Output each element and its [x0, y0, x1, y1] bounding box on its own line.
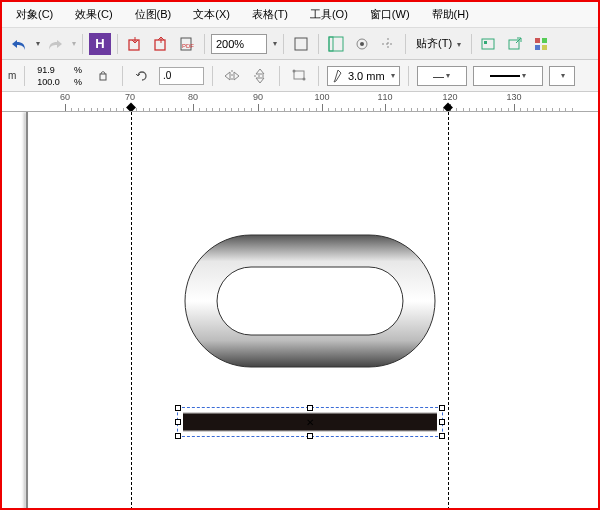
mirror-horizontal-button[interactable]	[221, 65, 243, 87]
pen-icon	[332, 69, 344, 83]
resize-handle-br[interactable]	[439, 433, 445, 439]
unit-label: m	[8, 70, 16, 81]
resize-handle-bm[interactable]	[307, 433, 313, 439]
page-edge	[26, 112, 28, 510]
resize-handle-bl[interactable]	[175, 433, 181, 439]
export-button[interactable]	[150, 33, 172, 55]
undo-button[interactable]	[8, 33, 30, 55]
launch-button[interactable]	[504, 33, 526, 55]
outline-width-select[interactable]: 3.0 mm ▾	[327, 66, 400, 86]
menu-help[interactable]: 帮助(H)	[426, 5, 475, 24]
svg-rect-1	[155, 40, 165, 50]
menu-text[interactable]: 文本(X)	[187, 5, 236, 24]
show-rulers-button[interactable]	[325, 33, 347, 55]
menu-bar: 对象(C) 效果(C) 位图(B) 文本(X) 表格(T) 工具(O) 窗口(W…	[2, 2, 598, 28]
svg-rect-14	[535, 45, 540, 50]
svg-rect-12	[535, 38, 540, 43]
ruler-label: 90	[253, 92, 263, 102]
import-button[interactable]	[124, 33, 146, 55]
svg-point-19	[302, 77, 305, 80]
ruler-label: 100	[314, 92, 329, 102]
guide-line-right[interactable]	[448, 112, 449, 510]
rotation-icon	[131, 65, 153, 87]
zoom-dropdown[interactable]: ▾	[273, 39, 277, 48]
fullscreen-button[interactable]	[290, 33, 312, 55]
rotation-input[interactable]	[159, 67, 204, 85]
menu-effect[interactable]: 效果(C)	[69, 5, 118, 24]
publish-pdf-button[interactable]: PDF	[176, 33, 198, 55]
start-arrow-select[interactable]: —▾	[417, 66, 467, 86]
show-grid-button[interactable]	[351, 33, 373, 55]
main-toolbar: ▾ ▾ H PDF ▾ 贴齐(T) ▾	[2, 28, 598, 60]
ruler-guide-marker[interactable]	[443, 103, 453, 112]
options-button[interactable]	[478, 33, 500, 55]
selection-center-icon[interactable]: ✕	[306, 417, 314, 428]
menu-object[interactable]: 对象(C)	[10, 5, 59, 24]
svg-rect-4	[295, 38, 307, 50]
menu-table[interactable]: 表格(T)	[246, 5, 294, 24]
to-curve-button[interactable]	[288, 65, 310, 87]
search-button[interactable]: H	[89, 33, 111, 55]
canvas-area[interactable]: ✕	[2, 112, 598, 510]
ruler-label: 130	[506, 92, 521, 102]
menu-window[interactable]: 窗口(W)	[364, 5, 416, 24]
lock-ratio-button[interactable]	[92, 65, 114, 87]
show-guides-button[interactable]	[377, 33, 399, 55]
mirror-vertical-button[interactable]	[249, 65, 271, 87]
svg-rect-10	[484, 41, 487, 44]
end-arrow-select[interactable]: ▾	[549, 66, 575, 86]
svg-rect-13	[542, 38, 547, 43]
zoom-level-input[interactable]	[211, 34, 267, 54]
metal-ring-object[interactable]	[177, 227, 443, 375]
ruler-guide-marker[interactable]	[126, 103, 136, 112]
ruler-label: 110	[377, 92, 392, 102]
svg-rect-9	[482, 39, 494, 49]
app-launcher-button[interactable]	[530, 33, 552, 55]
resize-handle-tm[interactable]	[307, 405, 313, 411]
menu-tools[interactable]: 工具(O)	[304, 5, 354, 24]
svg-point-8	[360, 42, 364, 46]
horizontal-ruler[interactable]: 60708090100110120130	[2, 92, 598, 112]
redo-button[interactable]	[44, 33, 66, 55]
svg-rect-6	[329, 37, 333, 51]
ruler-label: 120	[442, 92, 457, 102]
menu-bitmap[interactable]: 位图(B)	[129, 5, 178, 24]
svg-rect-16	[100, 74, 106, 80]
resize-handle-mr[interactable]	[439, 419, 445, 425]
ruler-label: 70	[125, 92, 135, 102]
resize-handle-tl[interactable]	[175, 405, 181, 411]
undo-history-dropdown[interactable]: ▾	[36, 39, 40, 48]
line-style-select[interactable]: ▾	[473, 66, 543, 86]
scale-display: 91.9 100.0	[33, 64, 64, 88]
guide-line-left[interactable]	[131, 112, 132, 510]
svg-point-18	[292, 69, 295, 72]
resize-handle-ml[interactable]	[175, 419, 181, 425]
selection-box: ✕	[177, 407, 443, 437]
ruler-label: 60	[60, 92, 70, 102]
ruler-label: 80	[188, 92, 198, 102]
redo-history-dropdown[interactable]: ▾	[72, 39, 76, 48]
svg-text:PDF: PDF	[182, 43, 194, 49]
scale-pct: % %	[70, 64, 86, 88]
svg-rect-15	[542, 45, 547, 50]
snap-to-button[interactable]: 贴齐(T) ▾	[412, 34, 465, 53]
resize-handle-tr[interactable]	[439, 405, 445, 411]
property-bar: m 91.9 100.0 % % 3.0 mm ▾ —▾ ▾ ▾	[2, 60, 598, 92]
svg-rect-17	[294, 71, 304, 79]
svg-rect-5	[329, 37, 343, 51]
